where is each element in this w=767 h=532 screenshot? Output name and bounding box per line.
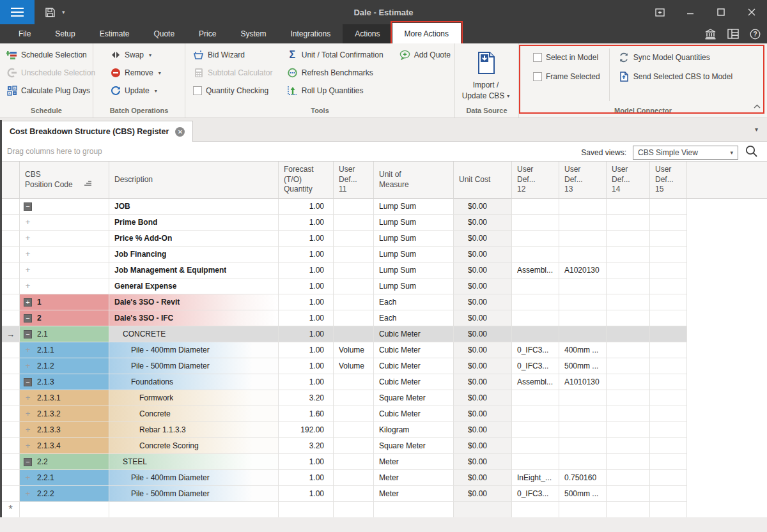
cell-code[interactable]: −2.2 xyxy=(20,454,109,470)
cell-code[interactable] xyxy=(20,502,109,518)
cell-fq[interactable]: 1.00 xyxy=(279,486,334,502)
cell-ud13[interactable]: 0.750160 xyxy=(559,470,607,486)
expand-icon[interactable]: + xyxy=(24,218,32,227)
cell-cost[interactable]: $0.00 xyxy=(454,486,512,502)
cell-code[interactable]: +2.2.1 xyxy=(20,470,109,486)
cell-code[interactable]: + xyxy=(20,262,109,278)
cell-ud12[interactable]: Assembl... xyxy=(512,262,559,278)
cell-ud14[interactable] xyxy=(607,374,650,390)
cell-uom[interactable]: Lump Sum xyxy=(374,247,454,262)
expand-icon[interactable]: + xyxy=(24,346,32,354)
cell-desc[interactable]: Dale's 3SO - IFC xyxy=(109,310,279,326)
cell-ud14[interactable] xyxy=(607,502,650,518)
cell-code[interactable]: +2.1.1 xyxy=(20,342,109,358)
add-quote-button[interactable]: Add Quote xyxy=(399,49,451,61)
cell-desc[interactable]: Pile - 500mm Diameter xyxy=(109,358,279,374)
cell-ud12[interactable] xyxy=(512,247,559,262)
cell-fq[interactable]: 1.00 xyxy=(279,342,334,358)
tab-integrations[interactable]: Integrations xyxy=(278,24,343,43)
save-icon[interactable] xyxy=(45,7,56,18)
cell-ud12[interactable] xyxy=(512,294,559,310)
cell-desc[interactable]: Pile - 500mm Diameter xyxy=(109,486,279,502)
col-header-forecast-quantity[interactable]: Forecast (T/O) Quantity xyxy=(279,162,334,199)
import-update-cbs-button[interactable]: Import / Update CBS ▾ xyxy=(455,49,516,100)
cell-ud15[interactable] xyxy=(650,438,687,454)
cell-ud13[interactable] xyxy=(559,199,607,215)
cell-ud14[interactable] xyxy=(607,278,650,294)
cell-ud12[interactable] xyxy=(512,438,559,454)
cell-desc[interactable]: Concrete Scoring xyxy=(109,438,279,454)
tab-setup[interactable]: Setup xyxy=(43,24,87,43)
cell-uom[interactable] xyxy=(374,502,454,518)
cell-ud11[interactable] xyxy=(334,502,374,518)
cell-ud11[interactable] xyxy=(334,247,374,262)
cell-cost[interactable]: $0.00 xyxy=(454,454,512,470)
expand-icon[interactable]: + xyxy=(24,282,32,291)
expand-icon[interactable]: + xyxy=(24,490,32,498)
cell-ud14[interactable] xyxy=(607,390,650,406)
cell-ud14[interactable] xyxy=(607,199,650,215)
cell-uom[interactable]: Square Meter xyxy=(374,438,454,454)
cell-uom[interactable]: Cubic Meter xyxy=(374,406,454,422)
tab-system[interactable]: System xyxy=(228,24,278,43)
cell-uom[interactable]: Lump Sum xyxy=(374,262,454,278)
cell-code[interactable]: + xyxy=(20,231,109,247)
cell-ud11[interactable] xyxy=(334,231,374,247)
cell-desc[interactable]: General Expense xyxy=(109,278,279,294)
table-row-2.1.3.1[interactable]: +2.1.3.1Formwork3.20Square Meter$0.00 xyxy=(2,390,767,406)
expand-icon[interactable]: + xyxy=(24,394,32,402)
cell-uom[interactable]: Cubic Meter xyxy=(374,342,454,358)
cell-ud15[interactable] xyxy=(650,231,687,247)
col-header-user-def-14[interactable]: User Def... 14 xyxy=(607,162,650,199)
cell-gutter[interactable] xyxy=(2,199,20,215)
cell-desc[interactable]: Pile - 400mm Diameter xyxy=(109,470,279,486)
maximize-button[interactable] xyxy=(706,0,736,24)
cell-code[interactable]: +1 xyxy=(20,294,109,310)
cell-ud12[interactable] xyxy=(512,390,559,406)
cell-code[interactable]: + xyxy=(20,247,109,262)
table-row[interactable]: +Price % Add-On1.00Lump Sum$0.00 xyxy=(2,231,767,247)
cell-fq[interactable]: 3.20 xyxy=(279,390,334,406)
cell-desc[interactable]: Concrete xyxy=(109,406,279,422)
cell-ud13[interactable] xyxy=(559,502,607,518)
cell-code[interactable]: −2.1 xyxy=(20,326,109,342)
cell-cost[interactable]: $0.00 xyxy=(454,247,512,262)
collapse-icon[interactable]: − xyxy=(24,314,32,323)
swap-button[interactable]: Swap ▾ xyxy=(110,49,181,61)
cell-fq[interactable]: 1.60 xyxy=(279,406,334,422)
table-row-1[interactable]: +1Dale's 3SO - Revit1.00Each$0.00 xyxy=(2,294,767,310)
cell-ud12[interactable]: 0_IFC3... xyxy=(512,342,559,358)
cell-ud12[interactable]: Assembl... xyxy=(512,374,559,390)
cell-desc[interactable]: Foundations xyxy=(109,374,279,390)
cell-uom[interactable]: Meter xyxy=(374,486,454,502)
cell-fq[interactable]: 1.00 xyxy=(279,326,334,342)
cell-ud11[interactable] xyxy=(334,406,374,422)
cell-ud15[interactable] xyxy=(650,422,687,438)
cell-uom[interactable]: Square Meter xyxy=(374,390,454,406)
cell-ud15[interactable] xyxy=(650,390,687,406)
cell-gutter[interactable] xyxy=(2,470,20,486)
minimize-button[interactable] xyxy=(675,0,706,24)
collapse-ribbon-icon[interactable] xyxy=(754,100,761,111)
cell-cost[interactable]: $0.00 xyxy=(454,342,512,358)
cell-gutter[interactable] xyxy=(2,278,20,294)
tab-close-icon[interactable]: ✕ xyxy=(175,127,185,137)
group-by-bar[interactable]: Drag columns here to group Saved views: … xyxy=(2,142,767,161)
bid-wizard-button[interactable]: Bid Wizard xyxy=(193,49,278,61)
quick-access-caret-icon[interactable]: ▾ xyxy=(62,9,65,15)
cell-ud15[interactable] xyxy=(650,310,687,326)
cell-ud14[interactable] xyxy=(607,231,650,247)
cell-ud13[interactable] xyxy=(559,294,607,310)
cell-uom[interactable]: Each xyxy=(374,294,454,310)
table-row-2.1.3[interactable]: −2.1.3Foundations1.00Cubic Meter$0.00Ass… xyxy=(2,374,767,390)
cell-gutter[interactable] xyxy=(2,231,20,247)
expand-icon[interactable]: + xyxy=(24,410,32,418)
cell-uom[interactable]: Meter xyxy=(374,470,454,486)
cell-ud13[interactable]: 400mm ... xyxy=(559,342,607,358)
cell-ud13[interactable] xyxy=(559,454,607,470)
expand-icon[interactable]: + xyxy=(24,442,32,450)
cell-ud11[interactable] xyxy=(334,310,374,326)
cell-ud12[interactable]: InEight_... xyxy=(512,470,559,486)
cell-uom[interactable]: Lump Sum xyxy=(374,231,454,247)
cell-ud15[interactable] xyxy=(650,454,687,470)
